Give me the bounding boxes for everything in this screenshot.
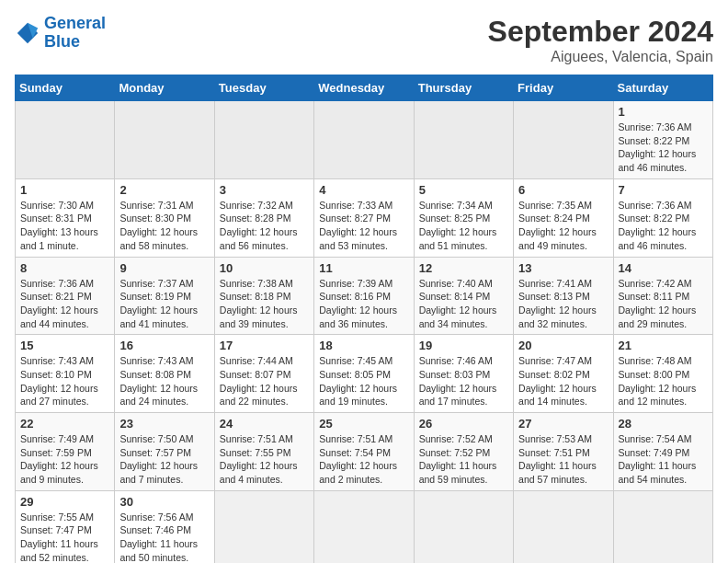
calendar-cell: 7Sunrise: 7:36 AMSunset: 8:22 PMDaylight… [613,178,712,257]
day-info: Sunrise: 7:45 AMSunset: 8:05 PMDaylight:… [319,354,408,408]
day-info: Sunrise: 7:43 AMSunset: 8:08 PMDaylight:… [119,354,209,408]
col-header-tuesday: Tuesday [214,75,313,101]
day-number: 29 [20,495,109,509]
day-number: 16 [119,339,209,352]
calendar-cell: 1Sunrise: 7:30 AMSunset: 8:31 PMDaylight… [16,178,115,257]
logo-line1: General [44,14,106,32]
day-info: Sunrise: 7:46 AMSunset: 8:03 PMDaylight:… [419,354,508,408]
day-number: 4 [319,183,408,197]
calendar-cell [214,101,313,179]
calendar-cell: 20Sunrise: 7:47 AMSunset: 8:02 PMDayligh… [514,335,613,413]
day-number: 14 [619,261,708,275]
day-info: Sunrise: 7:33 AMSunset: 8:27 PMDaylight:… [319,199,408,253]
calendar-cell [214,490,313,563]
page-header: General Blue September 2024 Aiguees, Val… [15,15,713,65]
day-info: Sunrise: 7:38 AMSunset: 8:18 PMDaylight:… [220,277,309,331]
day-number: 25 [319,417,408,431]
day-info: Sunrise: 7:54 AMSunset: 7:49 PMDaylight:… [619,432,708,487]
day-number: 22 [20,417,109,431]
logo-icon [15,20,40,46]
calendar-cell: 24Sunrise: 7:51 AMSunset: 7:55 PMDayligh… [214,413,313,491]
day-number: 23 [119,417,209,431]
calendar-cell [16,101,115,179]
calendar-cell: 27Sunrise: 7:53 AMSunset: 7:51 PMDayligh… [514,413,613,491]
day-info: Sunrise: 7:51 AMSunset: 7:54 PMDaylight:… [319,432,408,487]
day-info: Sunrise: 7:50 AMSunset: 7:57 PMDaylight:… [119,432,209,487]
calendar-cell: 21Sunrise: 7:48 AMSunset: 8:00 PMDayligh… [613,335,712,413]
day-number: 26 [419,417,508,431]
calendar-cell [514,490,613,563]
day-number: 12 [419,261,508,275]
day-number: 21 [619,339,708,352]
calendar-cell: 5Sunrise: 7:34 AMSunset: 8:25 PMDaylight… [414,178,513,257]
calendar-cell [514,101,613,179]
calendar-cell: 25Sunrise: 7:51 AMSunset: 7:54 PMDayligh… [314,413,414,491]
calendar-cell [613,490,712,563]
calendar-cell: 12Sunrise: 7:40 AMSunset: 8:14 PMDayligh… [414,257,513,335]
day-number: 28 [619,417,708,431]
day-info: Sunrise: 7:56 AMSunset: 7:46 PMDaylight:… [119,511,209,563]
day-info: Sunrise: 7:42 AMSunset: 8:11 PMDaylight:… [619,277,708,331]
day-number: 19 [419,339,508,352]
logo-text: General Blue [44,15,106,52]
day-info: Sunrise: 7:48 AMSunset: 8:00 PMDaylight:… [619,354,708,408]
calendar-title: September 2024 [488,15,713,49]
day-info: Sunrise: 7:47 AMSunset: 8:02 PMDaylight:… [518,354,608,408]
week-row-5: 29Sunrise: 7:55 AMSunset: 7:47 PMDayligh… [16,490,713,563]
day-number: 18 [319,339,408,352]
day-info: Sunrise: 7:35 AMSunset: 8:24 PMDaylight:… [518,199,608,253]
day-number: 30 [119,495,209,509]
week-row-3: 15Sunrise: 7:43 AMSunset: 8:10 PMDayligh… [16,335,713,413]
day-info: Sunrise: 7:51 AMSunset: 7:55 PMDaylight:… [220,432,309,487]
calendar-cell: 22Sunrise: 7:49 AMSunset: 7:59 PMDayligh… [16,413,115,491]
day-info: Sunrise: 7:36 AMSunset: 8:21 PMDaylight:… [20,277,109,331]
calendar-table: SundayMondayTuesdayWednesdayThursdayFrid… [15,75,713,563]
day-number: 13 [518,261,608,275]
calendar-subtitle: Aiguees, Valencia, Spain [488,49,713,65]
col-header-friday: Friday [514,75,613,101]
calendar-cell: 19Sunrise: 7:46 AMSunset: 8:03 PMDayligh… [414,335,513,413]
day-number: 1 [20,183,109,197]
calendar-cell [314,101,414,179]
calendar-cell: 2Sunrise: 7:31 AMSunset: 8:30 PMDaylight… [115,178,214,257]
calendar-cell: 15Sunrise: 7:43 AMSunset: 8:10 PMDayligh… [16,335,115,413]
day-number: 27 [518,417,608,431]
calendar-cell [115,101,214,179]
calendar-cell: 17Sunrise: 7:44 AMSunset: 8:07 PMDayligh… [214,335,313,413]
calendar-cell: 16Sunrise: 7:43 AMSunset: 8:08 PMDayligh… [115,335,214,413]
day-info: Sunrise: 7:55 AMSunset: 7:47 PMDaylight:… [20,511,109,563]
logo: General Blue [15,15,106,52]
col-header-thursday: Thursday [414,75,513,101]
calendar-header-row: SundayMondayTuesdayWednesdayThursdayFrid… [16,75,713,101]
day-number: 17 [220,339,309,352]
calendar-cell [414,490,513,563]
calendar-cell: 8Sunrise: 7:36 AMSunset: 8:21 PMDaylight… [16,257,115,335]
calendar-cell: 11Sunrise: 7:39 AMSunset: 8:16 PMDayligh… [314,257,414,335]
calendar-cell [414,101,513,179]
calendar-cell: 10Sunrise: 7:38 AMSunset: 8:18 PMDayligh… [214,257,313,335]
week-row-1: 1Sunrise: 7:30 AMSunset: 8:31 PMDaylight… [16,178,713,257]
col-header-sunday: Sunday [16,75,115,101]
calendar-cell: 18Sunrise: 7:45 AMSunset: 8:05 PMDayligh… [314,335,414,413]
day-info: Sunrise: 7:49 AMSunset: 7:59 PMDaylight:… [20,432,109,487]
col-header-monday: Monday [115,75,214,101]
calendar-cell: 28Sunrise: 7:54 AMSunset: 7:49 PMDayligh… [613,413,712,491]
day-number: 24 [220,417,309,431]
calendar-cell: 26Sunrise: 7:52 AMSunset: 7:52 PMDayligh… [414,413,513,491]
day-number: 6 [518,183,608,197]
day-info: Sunrise: 7:41 AMSunset: 8:13 PMDaylight:… [518,277,608,331]
day-info: Sunrise: 7:53 AMSunset: 7:51 PMDaylight:… [518,432,608,487]
day-number: 9 [119,261,209,275]
logo-line2: Blue [44,32,80,51]
calendar-cell: 6Sunrise: 7:35 AMSunset: 8:24 PMDaylight… [514,178,613,257]
calendar-cell: 13Sunrise: 7:41 AMSunset: 8:13 PMDayligh… [514,257,613,335]
day-info: Sunrise: 7:39 AMSunset: 8:16 PMDaylight:… [319,277,408,331]
day-info: Sunrise: 7:44 AMSunset: 8:07 PMDaylight:… [220,354,309,408]
day-number: 15 [20,339,109,352]
calendar-cell: 23Sunrise: 7:50 AMSunset: 7:57 PMDayligh… [115,413,214,491]
col-header-wednesday: Wednesday [314,75,414,101]
calendar-cell: 14Sunrise: 7:42 AMSunset: 8:11 PMDayligh… [613,257,712,335]
day-info: Sunrise: 7:37 AMSunset: 8:19 PMDaylight:… [119,277,209,331]
week-row-2: 8Sunrise: 7:36 AMSunset: 8:21 PMDaylight… [16,257,713,335]
day-info: Sunrise: 7:43 AMSunset: 8:10 PMDaylight:… [20,354,109,408]
